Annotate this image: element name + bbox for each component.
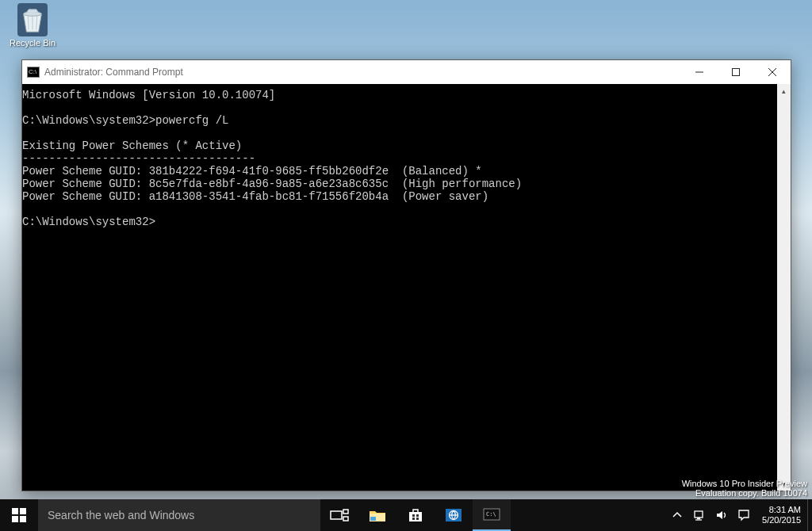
titlebar[interactable]: C:\ Administrator: Command Prompt: [22, 60, 791, 84]
svg-rect-6: [20, 508, 26, 514]
svg-rect-17: [416, 518, 419, 520]
cmd-icon: C:\: [27, 67, 40, 78]
volume-icon[interactable]: [714, 509, 729, 521]
system-tray: [665, 499, 756, 531]
edge-icon: [444, 507, 463, 523]
start-button[interactable]: [0, 499, 38, 531]
svg-rect-23: [695, 511, 703, 518]
minimize-button[interactable]: [681, 60, 718, 84]
close-button[interactable]: [754, 60, 791, 84]
watermark-line2: Evaluation copy. Build 10074: [682, 488, 807, 498]
store-button[interactable]: [396, 499, 435, 531]
task-view-button[interactable]: [320, 499, 358, 531]
svg-rect-16: [412, 518, 415, 520]
svg-rect-24: [697, 518, 700, 519]
scroll-thumb[interactable]: [777, 97, 791, 477]
clock[interactable]: 8:31 AM 5/20/2015: [756, 499, 807, 531]
scroll-track[interactable]: [777, 97, 791, 477]
show-desktop-button[interactable]: [807, 499, 812, 531]
scrollbar[interactable]: ▴ ▾: [777, 84, 791, 491]
taskbar-spacer: [511, 499, 665, 531]
svg-rect-14: [412, 514, 415, 517]
svg-rect-2: [733, 69, 740, 76]
network-icon[interactable]: [692, 509, 707, 521]
tray-overflow-button[interactable]: [670, 509, 684, 521]
recycle-bin-icon: [17, 3, 48, 36]
cmd-taskbar-button[interactable]: C:\: [473, 499, 511, 531]
store-icon: [406, 507, 425, 523]
watermark-line1: Windows 10 Pro Insider Preview: [682, 479, 807, 488]
recycle-bin-desktop-icon[interactable]: Recycle Bin: [5, 3, 60, 48]
file-explorer-button[interactable]: [358, 499, 396, 531]
window-title: Administrator: Command Prompt: [44, 67, 681, 78]
command-prompt-window: C:\ Administrator: Command Prompt Micros…: [21, 59, 791, 491]
action-center-icon[interactable]: [737, 509, 751, 521]
edge-button[interactable]: [435, 499, 473, 531]
svg-rect-15: [416, 514, 419, 517]
task-view-icon: [330, 507, 349, 523]
file-explorer-icon: [368, 507, 387, 523]
svg-rect-10: [343, 510, 348, 514]
svg-rect-7: [12, 516, 18, 522]
terminal-output[interactable]: Microsoft Windows [Version 10.0.10074] C…: [22, 84, 777, 491]
watermark: Windows 10 Pro Insider Preview Evaluatio…: [682, 479, 807, 498]
svg-rect-9: [331, 511, 342, 519]
maximize-button[interactable]: [718, 60, 754, 84]
taskbar: Search the web and Windows C:\: [0, 499, 812, 531]
desktop-icon-label: Recycle Bin: [5, 38, 60, 48]
search-placeholder: Search the web and Windows: [48, 509, 194, 521]
svg-rect-5: [12, 508, 18, 514]
clock-time: 8:31 AM: [762, 505, 801, 515]
clock-date: 5/20/2015: [762, 515, 801, 525]
scroll-up-button[interactable]: ▴: [777, 84, 791, 97]
svg-text:C:\: C:\: [486, 511, 496, 518]
svg-rect-11: [343, 517, 348, 521]
svg-rect-8: [20, 516, 26, 522]
svg-rect-13: [370, 517, 376, 521]
window-controls: [681, 60, 791, 84]
cmd-taskbar-icon: C:\: [482, 506, 501, 522]
search-input[interactable]: Search the web and Windows: [38, 499, 320, 531]
